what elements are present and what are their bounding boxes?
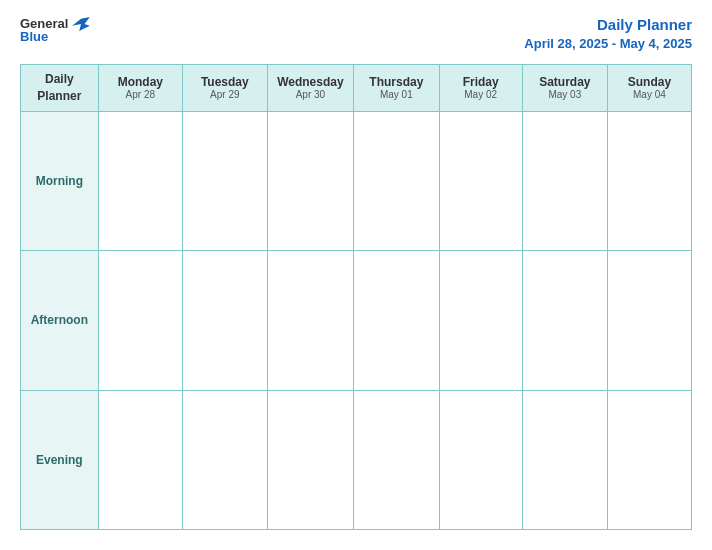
title-area: Daily Planner April 28, 2025 - May 4, 20… <box>524 16 692 52</box>
logo-area: General Blue <box>20 16 90 44</box>
row-label-afternoon: Afternoon <box>21 251 99 390</box>
cell-evening-col5[interactable] <box>439 390 522 529</box>
cell-afternoon-col7[interactable] <box>607 251 691 390</box>
cell-afternoon-col1[interactable] <box>98 251 182 390</box>
planner-row-afternoon: Afternoon <box>21 251 692 390</box>
row-label-morning: Morning <box>21 111 99 250</box>
svg-marker-0 <box>73 17 91 31</box>
date-range: April 28, 2025 - May 4, 2025 <box>524 36 692 51</box>
planner-body: MorningAfternoonEvening <box>21 111 692 529</box>
cell-evening-col4[interactable] <box>354 390 439 529</box>
planner-row-evening: Evening <box>21 390 692 529</box>
planner-row-morning: Morning <box>21 111 692 250</box>
header-sunday: Sunday May 04 <box>607 65 691 112</box>
cell-morning-col2[interactable] <box>182 111 267 250</box>
planner-title: Daily Planner <box>597 16 692 33</box>
header-daily-planner: Daily Planner <box>21 65 99 112</box>
cell-morning-col3[interactable] <box>267 111 354 250</box>
header-saturday: Saturday May 03 <box>522 65 607 112</box>
planner-table: Daily Planner Monday Apr 28 Tuesday Apr … <box>20 64 692 530</box>
header-friday: Friday May 02 <box>439 65 522 112</box>
cell-morning-col5[interactable] <box>439 111 522 250</box>
cell-afternoon-col3[interactable] <box>267 251 354 390</box>
cell-evening-col3[interactable] <box>267 390 354 529</box>
cell-morning-col7[interactable] <box>607 111 691 250</box>
cell-afternoon-col4[interactable] <box>354 251 439 390</box>
cell-evening-col7[interactable] <box>607 390 691 529</box>
header-row: Daily Planner Monday Apr 28 Tuesday Apr … <box>21 65 692 112</box>
header-monday: Monday Apr 28 <box>98 65 182 112</box>
cell-evening-col6[interactable] <box>522 390 607 529</box>
header-thursday: Thursday May 01 <box>354 65 439 112</box>
row-label-evening: Evening <box>21 390 99 529</box>
cell-afternoon-col2[interactable] <box>182 251 267 390</box>
cell-morning-col6[interactable] <box>522 111 607 250</box>
cell-afternoon-col6[interactable] <box>522 251 607 390</box>
logo-blue-text: Blue <box>20 29 48 44</box>
cell-morning-col1[interactable] <box>98 111 182 250</box>
page-header: General Blue Daily Planner April 28, 202… <box>20 16 692 52</box>
cell-evening-col1[interactable] <box>98 390 182 529</box>
header-tuesday: Tuesday Apr 29 <box>182 65 267 112</box>
header-wednesday: Wednesday Apr 30 <box>267 65 354 112</box>
cell-evening-col2[interactable] <box>182 390 267 529</box>
cell-morning-col4[interactable] <box>354 111 439 250</box>
logo-bird-icon <box>72 17 90 31</box>
cell-afternoon-col5[interactable] <box>439 251 522 390</box>
